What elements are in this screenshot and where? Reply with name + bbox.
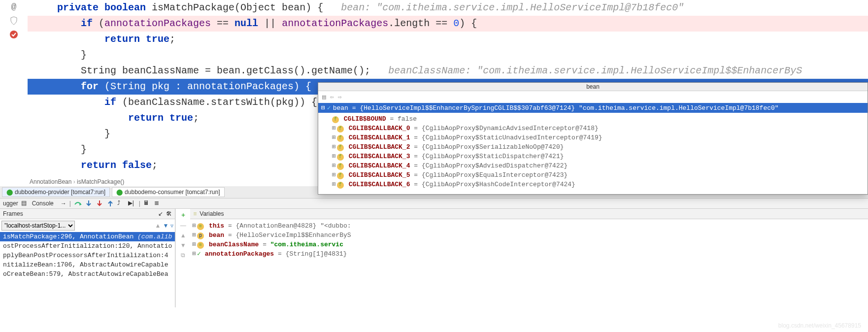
field-icon: f (337, 172, 344, 179)
popup-root-row[interactable]: ⊟ ✓ bean = {HelloServiceImpl$$EnhancerBy… (318, 103, 868, 113)
kw-for: for (81, 81, 99, 92)
field-icon: ≡ (197, 242, 204, 249)
watch-icon: ✓ (197, 250, 201, 258)
crumb-class[interactable]: AnnotationBean (30, 178, 71, 185)
kw-true: true (169, 112, 193, 124)
svg-point-0 (10, 31, 18, 38)
frames-panel: Frames↙🛠 "localhost-startStop-1... ▲ ▼ ▿… (0, 209, 175, 307)
run-icon: ⬤ (116, 189, 123, 196)
chevron-right-icon: › (73, 178, 75, 185)
arrow-up-icon[interactable]: ▲ (155, 222, 161, 229)
field-icon: f (337, 182, 344, 189)
popup-field-list[interactable]: f CGLIB$BOUND = false ⊞f CGLIB$CALLBACK_… (318, 113, 868, 194)
frame-row[interactable]: ostProcessAfterInitialization:120, Annot… (0, 241, 175, 251)
frame-row[interactable]: oCreateBean:579, AbstractAutowireCapable… (0, 269, 175, 279)
watermark: blog.csdn.net/weixin_45678915 (778, 322, 861, 329)
restore-layout-icon[interactable]: ↙ (158, 210, 163, 217)
field-row[interactable]: ⊞f CGLIB$CALLBACK_1 = {CglibAopProxy$Sta… (323, 133, 863, 142)
field-row[interactable]: ⊞f CGLIB$CALLBACK_0 = {CglibAopProxy$Dyn… (323, 124, 863, 133)
variables-title: Variables (200, 210, 224, 217)
field-row[interactable]: ⊞f CGLIB$CALLBACK_4 = {CglibAopProxy$Adv… (323, 161, 863, 170)
field-row[interactable]: ⊞f CGLIB$CALLBACK_3 = {CglibAopProxy$Sta… (323, 152, 863, 161)
forward-icon[interactable]: ⇨ (338, 93, 342, 101)
crumb-method[interactable]: isMatchPackage() (77, 178, 124, 185)
var-row[interactable]: ⊞✓ annotationPackages = {String[1]@4831} (192, 249, 866, 258)
arrow-down-icon[interactable]: ▼ (180, 242, 186, 249)
kw-boolean: boolean (104, 2, 146, 13)
field-row[interactable]: ⊞f CGLIB$CALLBACK_5 = {CglibAopProxy$Equ… (323, 170, 863, 180)
run-tab-label: dubbodemo-provider [tomcat7:run] (15, 189, 105, 196)
trace-icon[interactable]: ≣ (154, 199, 162, 207)
field-icon: f (337, 163, 344, 170)
filter-icon[interactable]: ▿ (170, 222, 173, 229)
force-step-into-icon[interactable] (96, 199, 103, 207)
tab-console[interactable]: Console (32, 200, 54, 207)
variables-panel: ≡Variables ⊞≡ this = {AnnotationBean@482… (190, 209, 868, 307)
expand-icon[interactable]: ⊞ (192, 250, 196, 258)
evaluate-icon[interactable]: 🖩 (143, 199, 151, 207)
run-to-cursor-icon[interactable]: ▶| (128, 199, 136, 207)
field-row[interactable]: ⊞f CGLIB$CALLBACK_6 = {CglibAopProxy$Has… (323, 180, 863, 189)
collapse-icon[interactable]: ⊟ (321, 104, 325, 112)
thread-select[interactable]: "localhost-startStop-1... (1, 221, 75, 231)
arrow-down-icon[interactable]: ▼ (163, 222, 168, 229)
var-row[interactable]: ⊞p bean = {HelloServiceImpl$$EnhancerByS (192, 231, 866, 240)
expand-icon[interactable]: ⊞ (332, 143, 336, 151)
expand-icon[interactable]: ⊞ (192, 222, 196, 230)
expand-icon[interactable]: ⊞ (332, 153, 336, 160)
expand-icon[interactable]: ⊞ (192, 241, 196, 248)
field-row[interactable]: ⊞f CGLIB$CALLBACK_2 = {CglibAopProxy$Ser… (323, 142, 863, 152)
expand-icon[interactable]: ⊞ (332, 125, 336, 132)
back-icon[interactable]: ⇦ (330, 93, 334, 101)
frame-row[interactable]: nitializeBean:1706, AbstractAutowireCapa… (0, 260, 175, 269)
stack-icon: ≡ (193, 210, 197, 217)
frame-row[interactable]: pplyBeanPostProcessorsAfterInitializatio… (0, 251, 175, 260)
breakpoint-checked-icon[interactable] (9, 30, 19, 39)
tab-debugger[interactable]: ugger (3, 200, 18, 207)
field-icon: ≡ (197, 223, 204, 230)
add-icon[interactable]: ＋ (180, 211, 186, 219)
run-tab-provider[interactable]: ⬤dubbodemo-provider [tomcat7:run] (2, 187, 110, 197)
arrow-up-icon[interactable]: ▲ (180, 232, 186, 239)
expand-icon[interactable]: ⊞ (332, 134, 336, 141)
var-row[interactable]: ⊞≡ this = {AnnotationBean@4828} "<dubbo: (192, 221, 866, 231)
at-icon: @ (9, 2, 19, 12)
expand-icon[interactable]: ⊞ (332, 181, 336, 188)
popup-root-text: bean = {HelloServiceImpl$$EnhancerBySpri… (333, 104, 779, 112)
gear-icon[interactable]: 🛠 (166, 210, 172, 217)
debug-toolbar: ugger ▤Console → | ⤴ ▶| | 🖩 ≣ (0, 199, 868, 209)
drop-frame-icon[interactable]: ⤴ (117, 199, 125, 207)
field-icon: f (337, 154, 344, 161)
minus-icon[interactable]: — (180, 222, 186, 229)
expand-icon[interactable]: ⊞ (332, 171, 336, 179)
expand-icon[interactable]: ⊞ (192, 232, 196, 239)
kw-false: false (122, 160, 152, 171)
watch-icon: ✓ (327, 104, 331, 112)
new-watch-icon[interactable]: ▤ (322, 93, 326, 101)
var-row[interactable]: ⊞≡ beanClassName = "com.itheima.servic (192, 240, 866, 249)
step-over-icon[interactable] (74, 199, 82, 207)
step-into-icon[interactable] (85, 199, 93, 207)
expand-icon[interactable]: ⊞ (332, 162, 336, 169)
kw-null: null (234, 18, 258, 29)
ident: annotationPackages (187, 81, 294, 92)
shield-icon (9, 16, 19, 26)
kw-private: private (57, 2, 99, 13)
frame-row[interactable]: isMatchPackage:296, AnnotationBean (com.… (0, 232, 175, 241)
field-icon: f (337, 144, 344, 151)
field-row[interactable]: f CGLIB$BOUND = false (323, 115, 863, 124)
frames-list[interactable]: isMatchPackage:296, AnnotationBean (com.… (0, 232, 175, 279)
param-icon: p (197, 232, 204, 239)
step-out-icon[interactable] (106, 199, 114, 207)
ident: annotationPackages (282, 18, 388, 29)
copy-icon[interactable]: ⧉ (181, 252, 185, 259)
run-tab-consumer[interactable]: ⬤dubbodemo-consumer [tomcat7:run] (112, 187, 224, 197)
console-icon[interactable]: ▤ (21, 199, 29, 207)
inspect-popup[interactable]: bean ▤ ⇦ ⇨ ⊟ ✓ bean = {HelloServiceImpl$… (318, 82, 868, 195)
param: Object bean (240, 2, 305, 13)
field-icon: f (337, 135, 344, 142)
field-icon: f (332, 116, 339, 123)
variables-list[interactable]: ⊞≡ this = {AnnotationBean@4828} "<dubbo:… (190, 219, 868, 260)
kw-true: true (146, 33, 169, 45)
stmt: String beanClassName = bean.getClass().g… (81, 65, 370, 76)
